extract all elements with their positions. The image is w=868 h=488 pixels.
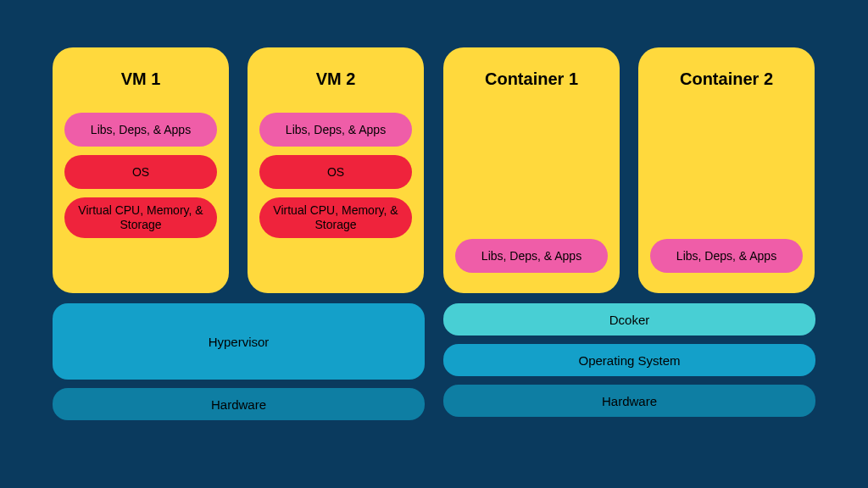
container-box-1-title: Container 1 (485, 69, 578, 89)
container-stack: Container 1 Libs, Deps, & Apps Container… (443, 47, 815, 429)
vm-box-1-title: VM 1 (121, 69, 161, 89)
container-hardware-layer: Hardware (443, 385, 815, 417)
vm-vs-container-diagram: VM 1 Libs, Deps, & Apps OS Virtual CPU, … (53, 47, 815, 429)
container-os-layer: Operating System (443, 344, 815, 376)
docker-layer: Dcoker (443, 303, 815, 336)
container-box-1-libs: Libs, Deps, & Apps (455, 239, 608, 273)
vm-box-1-virtual: Virtual CPU, Memory, & Storage (64, 197, 217, 238)
vm-box-2-libs: Libs, Deps, & Apps (259, 113, 412, 147)
vm-box-2-title: VM 2 (316, 69, 356, 89)
container-box-2: Container 2 Libs, Deps, & Apps (638, 47, 815, 293)
vm-box-1-libs: Libs, Deps, & Apps (64, 113, 217, 147)
container-box-1: Container 1 Libs, Deps, & Apps (443, 47, 620, 293)
container-box-2-title: Container 2 (680, 69, 773, 89)
vm-stack: VM 1 Libs, Deps, & Apps OS Virtual CPU, … (53, 47, 425, 429)
vm-box-2: VM 2 Libs, Deps, & Apps OS Virtual CPU, … (248, 47, 424, 293)
vm-hardware-layer: Hardware (53, 388, 425, 420)
vm-box-2-os: OS (259, 155, 412, 189)
vm-box-2-virtual: Virtual CPU, Memory, & Storage (259, 197, 412, 238)
vm-box-1: VM 1 Libs, Deps, & Apps OS Virtual CPU, … (53, 47, 229, 293)
vm-box-1-os: OS (64, 155, 217, 189)
container-box-2-libs: Libs, Deps, & Apps (650, 239, 803, 273)
hypervisor-layer: Hypervisor (53, 303, 425, 380)
